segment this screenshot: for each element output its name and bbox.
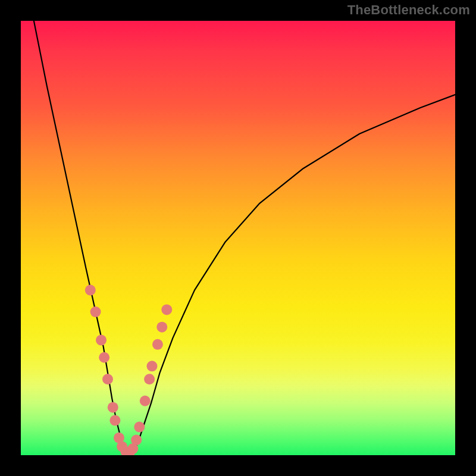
highlight-dot — [152, 339, 163, 350]
highlight-dot — [134, 422, 145, 433]
highlight-dot — [131, 434, 142, 445]
highlight-dot — [108, 402, 118, 413]
highlight-dots-group — [85, 285, 172, 455]
plot-area — [21, 21, 455, 455]
highlight-dot — [146, 361, 157, 371]
highlight-dot — [144, 374, 155, 384]
highlight-dot — [96, 335, 107, 346]
highlight-dot — [161, 304, 172, 315]
highlight-dot — [102, 374, 113, 384]
highlight-dot — [140, 396, 151, 406]
watermark-text: TheBottleneck.com — [347, 2, 470, 18]
highlight-dot — [90, 306, 101, 317]
highlight-dot — [85, 285, 96, 296]
highlight-dot — [156, 322, 167, 333]
highlight-dot — [99, 352, 109, 363]
bottleneck-curve — [34, 21, 455, 453]
chart-frame: TheBottleneck.com — [0, 0, 476, 476]
highlight-dot — [109, 415, 120, 426]
chart-overlay-svg — [21, 21, 455, 455]
